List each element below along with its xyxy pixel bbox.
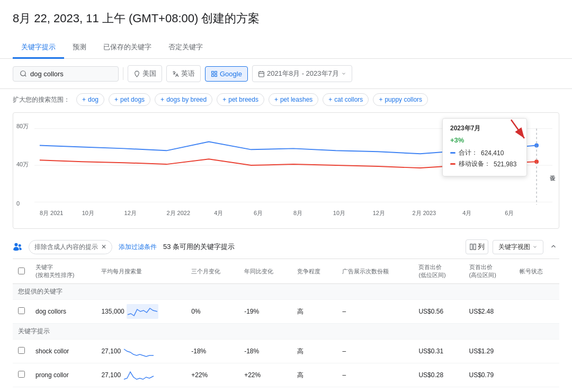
expand-chip-pet-dogs[interactable]: + pet dogs xyxy=(109,93,150,106)
expand-chip-cat-collors[interactable]: + cat collors xyxy=(323,93,369,106)
search-input[interactable] xyxy=(30,70,104,78)
mini-chart-dog-collors xyxy=(127,304,158,319)
tab-bar: 关键字提示 预测 已保存的关键字 否定关键字 xyxy=(0,37,572,59)
tooltip-total-label: 合计： xyxy=(459,148,478,157)
select-all-checkbox[interactable] xyxy=(18,268,25,274)
tab-forecast[interactable]: 预测 xyxy=(64,37,95,59)
tooltip-total-value: 624,410 xyxy=(481,149,504,157)
header-monthly-search: 平均每月搜索量 xyxy=(96,259,186,284)
date-filter[interactable]: 2021年8月 - 2023年7月 xyxy=(252,65,352,82)
svg-rect-2 xyxy=(212,71,214,73)
columns-button[interactable]: 列 xyxy=(466,239,488,254)
impression-share-value: – xyxy=(342,371,346,379)
row-checkbox[interactable] xyxy=(18,371,25,378)
yoy-value: -19% xyxy=(244,308,259,315)
svg-text:8月 2021: 8月 2021 xyxy=(40,210,64,216)
keyword-table: 关键字(按相关性排序) 平均每月搜索量 三个月变化 年同比变化 竞争程度 广告展… xyxy=(13,259,559,387)
tooltip-item-total: 合计： 624,410 xyxy=(450,148,519,157)
expand-chip-pet-breeds[interactable]: + pet breeds xyxy=(217,93,264,106)
row-checkbox[interactable] xyxy=(18,347,25,354)
competition-cell: 高 xyxy=(292,340,337,363)
divider xyxy=(123,67,123,80)
tooltip-dot-red xyxy=(450,163,455,165)
svg-rect-4 xyxy=(212,74,214,76)
network-filter[interactable]: Google xyxy=(205,66,248,82)
monthly-search-cell: 27,100 xyxy=(96,363,186,387)
language-label: 英语 xyxy=(181,69,195,78)
adult-content-filter-chip: 排除含成人内容的提示 ✕ xyxy=(29,240,112,254)
high-bid-cell: US$0.79 xyxy=(464,363,514,387)
tab-saved-keywords[interactable]: 已保存的关键字 xyxy=(95,37,160,59)
competition-cell: 高 xyxy=(292,363,337,387)
expand-chip-dog[interactable]: + dog xyxy=(76,93,104,106)
svg-text:2月 2022: 2月 2022 xyxy=(166,210,190,216)
plus-icon: + xyxy=(114,96,118,103)
calendar-icon xyxy=(258,70,265,77)
tooltip-mobile-label: 移动设备： xyxy=(459,159,490,168)
plus-icon: + xyxy=(328,96,332,103)
monthly-search-value: 135,000 xyxy=(101,308,124,315)
yoy-value: -18% xyxy=(244,348,259,355)
svg-text:10月: 10月 xyxy=(82,210,94,216)
plus-icon: + xyxy=(160,96,164,103)
collapse-button[interactable] xyxy=(548,240,559,254)
keyword-text: shock collor xyxy=(35,348,69,355)
language-filter[interactable]: 英语 xyxy=(166,65,201,82)
status-cell xyxy=(514,340,559,363)
three-month-cell: 0% xyxy=(186,300,239,324)
row-checkbox-cell xyxy=(13,340,30,363)
chevron-down-icon xyxy=(532,244,538,250)
search-box[interactable] xyxy=(13,66,119,82)
keyword-cell: shock collor xyxy=(30,340,96,363)
translate-icon xyxy=(172,70,179,77)
tab-keyword-suggestions[interactable]: 关键字提示 xyxy=(13,37,64,59)
competition-value: 高 xyxy=(297,308,303,315)
header-keyword: 关键字(按相关性排序) xyxy=(30,259,96,284)
monthly-search-cell: 27,100 xyxy=(96,340,186,363)
three-month-value: 0% xyxy=(191,308,200,315)
low-bid-cell: US$0.28 xyxy=(413,363,463,387)
impression-share-cell: – xyxy=(337,340,413,363)
expand-chip-puppy-collors[interactable]: + puppy collors xyxy=(373,93,428,106)
location-filter[interactable]: 美国 xyxy=(128,65,162,82)
tooltip-item-mobile: 移动设备： 521,983 xyxy=(450,159,519,168)
section-header-provided: 您提供的关键字 xyxy=(13,284,559,300)
yoy-cell: -19% xyxy=(239,300,292,324)
competition-cell: 高 xyxy=(292,300,337,324)
low-bid-value: US$0.28 xyxy=(418,371,443,379)
table-row: dog collors 135,000 0% -19% 高 xyxy=(13,300,559,324)
row-checkbox-cell xyxy=(13,300,30,324)
competition-value: 高 xyxy=(297,371,303,379)
network-icon xyxy=(211,70,218,77)
header-yoy: 年同比变化 xyxy=(239,259,292,284)
remove-filter-button[interactable]: ✕ xyxy=(101,243,106,251)
add-filter-button[interactable]: 添加过滤条件 xyxy=(119,243,157,252)
table-row: prong collor 27,100 +22% +22% 高 – US$0.2… xyxy=(13,363,559,387)
three-month-value: +22% xyxy=(191,371,208,379)
header-low-bid: 页首出价(低位区间) xyxy=(413,259,463,284)
svg-rect-3 xyxy=(215,71,217,73)
keyword-text: dog collors xyxy=(35,308,66,315)
status-cell xyxy=(514,363,559,387)
header-competition: 竞争程度 xyxy=(292,259,337,284)
svg-line-1 xyxy=(25,75,26,77)
low-bid-value: US$0.31 xyxy=(418,348,443,355)
header-checkbox-col xyxy=(13,259,30,284)
bottom-section: 排除含成人内容的提示 ✕ 添加过滤条件 53 条可用的关键字提示 列 关键字视图 xyxy=(0,235,572,387)
view-controls: 列 关键字视图 xyxy=(466,239,559,254)
three-month-cell: +22% xyxy=(186,363,239,387)
expand-chip-dogs-by-breed[interactable]: + dogs by breed xyxy=(155,93,212,106)
svg-text:12月: 12月 xyxy=(124,210,137,216)
svg-text:6月: 6月 xyxy=(505,210,514,216)
keyword-cell: prong collor xyxy=(30,363,96,387)
tab-negative-keywords[interactable]: 否定关键字 xyxy=(160,37,211,59)
plus-icon: + xyxy=(274,96,278,103)
monthly-search-cell: 135,000 xyxy=(96,300,186,324)
keyword-view-button[interactable]: 关键字视图 xyxy=(493,240,543,254)
expand-chip-pet-leashes[interactable]: + pet leashes xyxy=(269,93,318,106)
chart-area: 80万 40万 0 8月 2021 10月 12月 2月 2022 4月 6月 … xyxy=(13,112,559,229)
row-checkbox[interactable] xyxy=(18,307,25,314)
monthly-search-value: 27,100 xyxy=(101,371,121,379)
low-bid-value: US$0.56 xyxy=(418,308,443,315)
plus-icon: + xyxy=(82,96,86,103)
